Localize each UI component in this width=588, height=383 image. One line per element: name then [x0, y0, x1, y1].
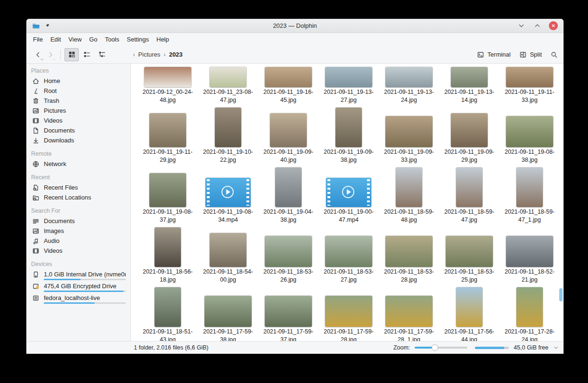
sidebar-item-pictures[interactable]: Pictures: [30, 106, 127, 116]
file-item[interactable]: 2021-09-11_19-08-37.jpg: [138, 167, 198, 224]
file-thumbnail[interactable]: [149, 173, 186, 207]
file-item[interactable]: 2021-09-11_19-09-29.jpg: [439, 107, 499, 164]
breadcrumb-current-folder[interactable]: 2023: [169, 51, 183, 58]
file-item[interactable]: 2021-09-11_17-56-44.jpg: [439, 286, 499, 341]
sidebar-item-images[interactable]: Images: [30, 226, 127, 236]
file-thumbnail[interactable]: [265, 296, 312, 327]
file-item[interactable]: 2021-09-11_19-11-29.jpg: [138, 107, 198, 164]
file-item[interactable]: 2021-09-11_18-59-48.jpg: [379, 167, 439, 224]
file-thumbnail[interactable]: [506, 116, 553, 147]
file-item[interactable]: 2021-09-11_17-59-28_1.jpg: [379, 286, 439, 341]
file-thumbnail[interactable]: [446, 236, 493, 267]
maximize-button[interactable]: [533, 22, 541, 30]
sidebar-item-network[interactable]: Network: [30, 159, 127, 169]
file-thumbnail[interactable]: [149, 113, 186, 147]
file-item[interactable]: 2021-09-11_19-10-22.jpg: [198, 107, 258, 164]
back-button[interactable]: [32, 48, 44, 61]
file-item[interactable]: 2021-09-11_18-53-25.jpg: [439, 226, 499, 284]
file-thumbnail[interactable]: [144, 67, 191, 87]
file-thumbnail[interactable]: [155, 227, 181, 267]
file-item[interactable]: 2021-09-11_18-59-47.jpg: [439, 167, 499, 224]
terminal-button[interactable]: Terminal: [477, 51, 511, 58]
file-item[interactable]: 2021-09-11_18-59-47_1.jpg: [499, 167, 560, 224]
file-thumbnail[interactable]: [215, 108, 241, 147]
file-thumbnail[interactable]: [325, 296, 372, 327]
icons-view-button[interactable]: [65, 48, 79, 61]
file-thumbnail[interactable]: [204, 296, 252, 327]
sidebar-item-downloads[interactable]: Downloads: [30, 135, 127, 145]
file-thumbnail[interactable]: [451, 67, 488, 87]
compact-view-button[interactable]: [80, 48, 94, 61]
free-space-chevron-icon[interactable]: [553, 345, 559, 350]
file-item[interactable]: 2021-09-11_17-59-28.jpg: [318, 286, 379, 341]
file-thumbnail[interactable]: [396, 167, 422, 207]
file-item[interactable]: 2021-09-11_19-16-45.jpg: [258, 66, 318, 104]
sidebar-item-root[interactable]: Root: [30, 86, 127, 96]
file-item[interactable]: 2021-09-11_18-52-21.jpg: [499, 226, 560, 284]
details-view-button[interactable]: [95, 48, 109, 61]
sidebar-item-documents[interactable]: Documents: [30, 125, 127, 135]
file-thumbnail[interactable]: [506, 236, 553, 267]
file-thumbnail[interactable]: [275, 167, 302, 207]
file-thumbnail[interactable]: [335, 108, 362, 147]
file-thumbnail[interactable]: [385, 296, 433, 327]
menu-item-settings[interactable]: Settings: [123, 34, 153, 44]
file-thumbnail[interactable]: [265, 236, 312, 267]
minimize-button[interactable]: [517, 22, 525, 30]
sidebar-item-recent-locations[interactable]: Recent Locations: [30, 192, 127, 202]
file-item[interactable]: 2021-09-11_19-13-24.jpg: [379, 66, 439, 104]
file-item[interactable]: 2021-09-11_19-08-38.jpg: [499, 107, 560, 164]
sidebar-item-documents[interactable]: Documents: [30, 216, 127, 226]
sidebar-item-475-4-gib-encrypted-drive[interactable]: 475,4 GiB Encrypted Drive: [30, 281, 127, 293]
file-item[interactable]: 2021-09-11_18-51-43.jpg: [138, 286, 198, 341]
file-item[interactable]: 2021-09-11_17-59-37.jpg: [258, 286, 318, 341]
menu-item-view[interactable]: View: [65, 34, 85, 44]
breadcrumb-chevron-icon[interactable]: ›: [163, 51, 165, 58]
file-thumbnail[interactable]: [210, 67, 246, 87]
menu-item-edit[interactable]: Edit: [47, 34, 65, 44]
menu-item-tools[interactable]: Tools: [101, 34, 123, 44]
file-thumbnail[interactable]: [516, 287, 543, 327]
sidebar-item-recent-files[interactable]: Recent Files: [30, 183, 127, 192]
sidebar-item-fedora-localhost-live[interactable]: fedora_localhost-live: [30, 293, 127, 305]
file-thumbnail[interactable]: [385, 236, 433, 267]
file-thumbnail[interactable]: [456, 167, 482, 207]
file-item[interactable]: 2021-09-11_19-09-33.jpg: [379, 107, 439, 164]
breadcrumb-pictures[interactable]: Pictures: [138, 51, 160, 58]
sidebar-item-1-0-gib-internal-drive-nvme0n[interactable]: 1,0 GiB Internal Drive (nvme0n...: [30, 269, 127, 281]
search-button[interactable]: [550, 51, 558, 58]
file-item[interactable]: 2021-09-11_18-56-18.jpg: [138, 226, 198, 284]
file-thumbnail[interactable]: [265, 67, 312, 87]
file-thumbnail[interactable]: [326, 178, 371, 207]
file-view[interactable]: 2021-09-12_00-24-48.jpg 2021-09-11_23-08…: [131, 64, 564, 341]
menu-item-go[interactable]: Go: [85, 34, 101, 44]
file-thumbnail[interactable]: [325, 236, 372, 267]
file-item[interactable]: 2021-09-11_19-04-38.jpg: [258, 167, 318, 224]
close-button[interactable]: [549, 21, 558, 30]
file-thumbnail[interactable]: [456, 287, 482, 327]
menu-item-help[interactable]: Help: [153, 34, 173, 44]
file-item[interactable]: 2021-09-11_19-09-40.jpg: [258, 107, 318, 164]
file-thumbnail[interactable]: [385, 116, 433, 147]
file-thumbnail[interactable]: [210, 233, 246, 267]
sidebar-item-audio[interactable]: Audio: [30, 236, 127, 246]
title-bar[interactable]: 2023 — Dolphin: [26, 19, 564, 33]
zoom-slider[interactable]: [415, 344, 467, 351]
sidebar-item-home[interactable]: Home: [30, 76, 127, 86]
vertical-scrollbar[interactable]: [559, 64, 563, 341]
split-button[interactable]: Split: [519, 51, 542, 58]
file-thumbnail[interactable]: [205, 178, 251, 207]
file-item[interactable]: 2021-09-11_23-08-47.jpg: [198, 66, 258, 104]
file-item[interactable]: 2021-09-11_19-13-27.jpg: [318, 66, 379, 104]
file-thumbnail[interactable]: [325, 67, 372, 87]
forward-button[interactable]: [44, 48, 57, 61]
zoom-slider-handle[interactable]: [432, 344, 438, 351]
file-thumbnail[interactable]: [516, 167, 543, 207]
menu-item-file[interactable]: File: [29, 34, 47, 44]
file-item[interactable]: 2021-09-11_19-08-34.mp4: [198, 167, 258, 224]
sidebar-item-trash[interactable]: Trash: [30, 96, 127, 106]
file-item[interactable]: 2021-09-11_19-09-38.jpg: [318, 107, 379, 164]
file-thumbnail[interactable]: [451, 113, 488, 147]
file-item[interactable]: 2021-09-11_18-53-27.jpg: [318, 226, 379, 284]
breadcrumb-chevron-icon[interactable]: ›: [133, 51, 135, 58]
